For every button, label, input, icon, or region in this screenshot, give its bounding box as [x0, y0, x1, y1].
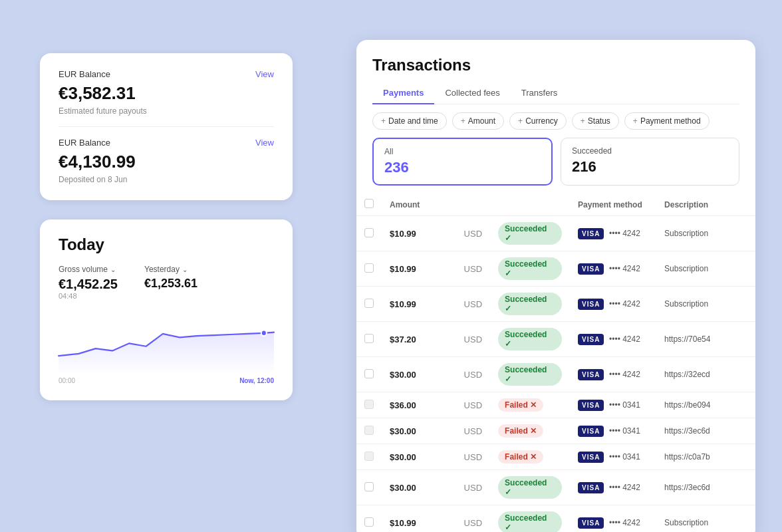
- chevron-down-icon-2: ⌄: [182, 266, 188, 273]
- table-row[interactable]: $10.99 USD Succeeded ✓ VISA •••• 4242 Su…: [356, 216, 755, 251]
- th-payment: Payment method: [570, 194, 656, 216]
- row-desc-6: https://3ec6d: [656, 418, 755, 444]
- card-dots-3: •••• 4242: [609, 334, 640, 344]
- select-all-checkbox[interactable]: [364, 199, 374, 208]
- transactions-panel: Transactions Payments Collected fees Tra…: [356, 40, 755, 532]
- filter-status-label: Status: [588, 116, 610, 126]
- balance-sub-1: Estimated future payouts: [59, 106, 274, 116]
- page-container: EUR Balance View €3,582.31 Estimated fut…: [0, 0, 782, 532]
- left-panel: EUR Balance View €3,582.31 Estimated fut…: [40, 53, 293, 211]
- chart-start-label: 00:00: [59, 377, 75, 384]
- row-desc-0: Subscription: [656, 216, 755, 251]
- row-currency-9: USD: [456, 505, 490, 533]
- row-desc-5: https://be094: [656, 392, 755, 418]
- chart-time-labels: 00:00 Now, 12:00: [59, 377, 274, 384]
- row-currency-3: USD: [456, 322, 490, 357]
- row-payment-9: VISA •••• 4242: [570, 505, 656, 533]
- filter-status[interactable]: + Status: [572, 112, 619, 130]
- view-link-1[interactable]: View: [255, 69, 274, 79]
- table-row[interactable]: $30.00 USD Succeeded ✓ VISA •••• 4242 ht…: [356, 470, 755, 505]
- filter-payment-method[interactable]: + Payment method: [624, 112, 710, 130]
- row-payment-7: VISA •••• 0341: [570, 444, 656, 470]
- filter-payment-label: Payment method: [640, 116, 701, 126]
- th-description: Description: [656, 194, 755, 216]
- row-desc-7: https://c0a7b: [656, 444, 755, 470]
- table-row[interactable]: $37.20 USD Succeeded ✓ VISA •••• 4242 ht…: [356, 322, 755, 357]
- row-status-4: Succeeded ✓: [490, 357, 570, 392]
- row-currency-8: USD: [456, 470, 490, 505]
- view-link-2[interactable]: View: [255, 138, 274, 148]
- row-checkbox-2[interactable]: [364, 299, 374, 308]
- plus-icon-date: +: [381, 116, 386, 126]
- gross-volume-group: Gross volume ⌄ €1,452.25 04:48: [59, 265, 118, 300]
- card-dots-4: •••• 4242: [609, 370, 640, 379]
- row-status-0: Succeeded ✓: [490, 216, 570, 251]
- visa-icon-5: VISA: [578, 400, 604, 411]
- row-checkbox-8[interactable]: [364, 482, 374, 491]
- row-payment-0: VISA •••• 4242: [570, 216, 656, 251]
- summary-succeeded[interactable]: Succeeded 216: [561, 138, 739, 186]
- row-amount-0: $10.99: [382, 216, 456, 251]
- th-amount: Amount: [382, 194, 456, 216]
- card-dots-2: •••• 4242: [609, 299, 640, 309]
- chart-end-label: Now, 12:00: [239, 377, 274, 384]
- balance-card-1: EUR Balance View €3,582.31 Estimated fut…: [40, 53, 293, 200]
- table-row[interactable]: $30.00 USD Succeeded ✓ VISA •••• 4242 ht…: [356, 357, 755, 392]
- row-checkbox-7[interactable]: [364, 452, 374, 461]
- today-card: Today Gross volume ⌄ €1,452.25 04:48 Yes…: [40, 219, 293, 400]
- balance-amount-2: €4,130.99: [59, 152, 274, 172]
- row-amount-5: $36.00: [382, 392, 456, 418]
- summary-all-value: 236: [384, 159, 541, 176]
- table-row[interactable]: $10.99 USD Succeeded ✓ VISA •••• 4242 Su…: [356, 505, 755, 533]
- tab-transfers[interactable]: Transfers: [511, 82, 568, 104]
- filter-amount[interactable]: + Amount: [452, 112, 504, 130]
- svg-marker-0: [59, 332, 274, 374]
- status-badge-3: Succeeded ✓: [498, 328, 562, 350]
- visa-icon-9: VISA: [578, 517, 604, 529]
- status-badge-2: Succeeded ✓: [498, 293, 562, 315]
- row-checkbox-9[interactable]: [364, 517, 374, 527]
- row-checkbox-4[interactable]: [364, 369, 374, 378]
- row-desc-2: Subscription: [656, 287, 755, 322]
- row-status-3: Succeeded ✓: [490, 322, 570, 357]
- row-status-9: Succeeded ✓: [490, 505, 570, 533]
- table-row[interactable]: $36.00 USD Failed ✕ VISA •••• 0341 https…: [356, 392, 755, 418]
- filter-date-time[interactable]: + Date and time: [372, 112, 447, 130]
- row-amount-2: $10.99: [382, 287, 456, 322]
- row-checkbox-3[interactable]: [364, 334, 374, 343]
- status-badge-5: Failed ✕: [498, 398, 543, 412]
- yesterday-group: Yesterday ⌄ €1,253.61: [144, 265, 197, 300]
- row-checkbox-1[interactable]: [364, 263, 374, 273]
- status-badge-8: Succeeded ✓: [498, 476, 562, 499]
- status-badge-6: Failed ✕: [498, 424, 543, 438]
- summary-all[interactable]: All 236: [372, 138, 553, 186]
- yesterday-label: Yesterday ⌄: [144, 265, 197, 274]
- table-row[interactable]: $10.99 USD Succeeded ✓ VISA •••• 4242 Su…: [356, 287, 755, 322]
- filter-date-label: Date and time: [388, 116, 438, 126]
- row-status-5: Failed ✕: [490, 392, 570, 418]
- tab-collected-fees[interactable]: Collected fees: [434, 82, 510, 104]
- card-dots-9: •••• 4242: [609, 518, 640, 527]
- table-row[interactable]: $10.99 USD Succeeded ✓ VISA •••• 4242 Su…: [356, 251, 755, 287]
- row-desc-9: Subscription: [656, 505, 755, 533]
- row-currency-5: USD: [456, 392, 490, 418]
- visa-icon-4: VISA: [578, 369, 604, 380]
- row-amount-3: $37.20: [382, 322, 456, 357]
- row-currency-7: USD: [456, 444, 490, 470]
- row-checkbox-6[interactable]: [364, 426, 374, 435]
- row-checkbox-5[interactable]: [364, 400, 374, 409]
- status-badge-7: Failed ✕: [498, 450, 543, 464]
- table-row[interactable]: $30.00 USD Failed ✕ VISA •••• 0341 https…: [356, 444, 755, 470]
- filter-currency[interactable]: + Currency: [509, 112, 567, 130]
- today-title: Today: [59, 235, 274, 254]
- row-payment-1: VISA •••• 4242: [570, 251, 656, 287]
- transactions-table: Amount Payment method Description $10.99…: [356, 194, 755, 532]
- tab-payments[interactable]: Payments: [372, 82, 434, 104]
- row-checkbox-0[interactable]: [364, 228, 374, 237]
- th-status: [490, 194, 570, 216]
- plus-icon-status: +: [581, 116, 585, 126]
- filter-bar: + Date and time + Amount + Currency + St…: [356, 104, 755, 138]
- visa-icon-2: VISA: [578, 299, 604, 310]
- table-row[interactable]: $30.00 USD Failed ✕ VISA •••• 0341 https…: [356, 418, 755, 444]
- svg-point-1: [261, 330, 267, 336]
